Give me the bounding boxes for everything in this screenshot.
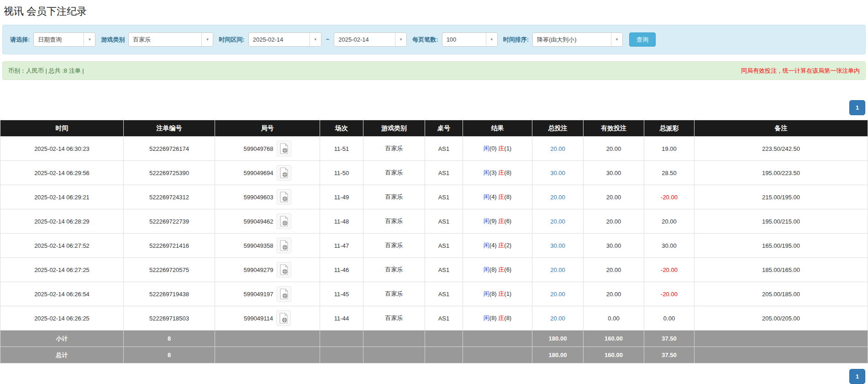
cell-session: 11-50 (320, 161, 363, 185)
game-category-select[interactable]: 百家乐 ▼ (128, 32, 213, 47)
cell-remark: 165.00/195.00 (694, 234, 868, 258)
cell-table-no: AS1 (425, 185, 463, 209)
time-sort-select[interactable]: 降幂(由大到小) ▼ (532, 32, 623, 47)
total-bet-link[interactable]: 20.00 (550, 194, 565, 201)
total-bet-link[interactable]: 20.00 (550, 145, 565, 152)
cell-payout: 28.50 (644, 161, 694, 185)
cell-bet-id: 522269722739 (124, 209, 215, 234)
game-category-label: 游戏类别 (101, 36, 125, 44)
date-to-select[interactable]: 2025-02-14 ▼ (334, 32, 407, 47)
result-banker-count: (6) (504, 266, 511, 273)
column-header: 局号 (215, 120, 320, 137)
footer-label: 总计 (0, 347, 124, 363)
column-header: 时间 (0, 120, 124, 137)
query-type-label: 请选择: (10, 36, 30, 44)
cell-session: 11-48 (320, 209, 363, 234)
result-player-count: (3) (489, 169, 499, 176)
cell-remark: 205.00/185.00 (694, 282, 868, 306)
video-replay-icon[interactable] (277, 238, 291, 253)
bet-records-table: 时间注单编号局号场次游戏类别桌号结果总投注有效投注总派彩备注 2025-02-1… (0, 120, 868, 363)
cell-remark: 195.00/215.00 (694, 209, 868, 234)
cell-valid-bet: 20.00 (584, 282, 644, 306)
cell-time: 2025-02-14 06:29:21 (0, 185, 124, 209)
result-player-label: 闲 (484, 169, 489, 176)
result-player-count: (8) (489, 266, 499, 273)
cell-game-category: 百家乐 (363, 234, 425, 258)
video-replay-icon[interactable] (277, 286, 291, 302)
chevron-down-icon[interactable]: ▼ (201, 33, 213, 46)
cell-table-no: AS1 (425, 282, 463, 306)
cell-payout: 30.00 (644, 234, 694, 258)
date-from-select[interactable]: 2025-02-14 ▼ (248, 32, 321, 47)
video-replay-icon[interactable] (277, 165, 291, 181)
cell-game-category: 百家乐 (363, 161, 425, 185)
result-player-count: (8) (489, 290, 499, 297)
cell-table-no: AS1 (425, 234, 463, 258)
total-bet-link[interactable]: 20.00 (550, 315, 565, 322)
page-1-button[interactable]: 1 (849, 369, 865, 384)
result-player-label: 闲 (484, 290, 489, 297)
footer-payout: 37.50 (644, 331, 694, 347)
page-title: 视讯 会员下注纪录 (0, 0, 868, 25)
cell-table-no: AS1 (425, 137, 463, 161)
round-id-wrap: 599049768 (243, 141, 291, 156)
footer-empty-cell (215, 331, 320, 347)
date-to-value: 2025-02-14 (334, 33, 395, 46)
chevron-down-icon[interactable]: ▼ (310, 33, 321, 46)
total-bet-link[interactable]: 30.00 (550, 170, 565, 176)
cell-round-id: 599049114 (215, 306, 320, 331)
table-row: 2025-02-14 06:29:56522269725390599049694… (0, 161, 868, 185)
chevron-down-icon[interactable]: ▼ (486, 33, 497, 46)
video-replay-icon[interactable] (277, 262, 291, 277)
result-banker-count: (8) (504, 315, 511, 321)
result-banker-label: 庄 (498, 315, 504, 321)
cell-bet-id: 522269721416 (124, 234, 215, 258)
total-bet-link[interactable]: 20.00 (550, 267, 565, 273)
result-banker-count: (1) (504, 145, 511, 152)
cell-payout: -20.00 (644, 185, 694, 209)
total-bet-link[interactable]: 20.00 (550, 218, 565, 225)
cell-result: 闲(3) 庄(8) (463, 161, 532, 185)
film-document-icon (279, 167, 289, 178)
chevron-down-icon[interactable]: ▼ (84, 33, 95, 46)
page-size-select[interactable]: 100 ▼ (442, 32, 498, 47)
date-from-value: 2025-02-14 (249, 33, 310, 46)
cell-valid-bet: 20.00 (584, 209, 644, 234)
video-replay-icon[interactable] (277, 189, 291, 205)
film-document-icon (279, 143, 289, 154)
video-replay-icon[interactable] (276, 310, 291, 326)
search-button[interactable]: 查询 (629, 32, 656, 47)
film-document-icon (279, 240, 289, 251)
cell-round-id: 599049279 (215, 258, 320, 282)
pagination-bottom: 1 (0, 369, 865, 384)
total-bet-link[interactable]: 30.00 (550, 242, 565, 249)
result-banker-count: (2) (504, 242, 511, 249)
page-1-button[interactable]: 1 (849, 100, 865, 115)
result-banker-label: 庄 (498, 218, 504, 224)
result-player-label: 闲 (484, 315, 489, 321)
cell-total-bet: 20.00 (532, 137, 584, 161)
time-range-label: 时间区间: (219, 36, 244, 44)
video-replay-icon[interactable] (277, 213, 291, 229)
result-banker-label: 庄 (498, 145, 504, 152)
cell-time: 2025-02-14 06:26:25 (0, 306, 124, 331)
cell-table-no: AS1 (425, 161, 463, 185)
result-player-label: 闲 (484, 193, 489, 200)
total-bet-link[interactable]: 20.00 (550, 291, 565, 298)
result-player-label: 闲 (484, 145, 489, 152)
table-row: 2025-02-14 06:27:52522269721416599049358… (0, 234, 868, 258)
chevron-down-icon[interactable]: ▼ (611, 33, 622, 46)
cell-session: 11-46 (320, 258, 363, 282)
round-id-wrap: 599049603 (243, 189, 291, 205)
video-replay-icon[interactable] (277, 141, 291, 156)
cell-session: 11-51 (320, 137, 363, 161)
table-row: 2025-02-14 06:26:25522269718503599049114… (0, 306, 868, 331)
cell-total-bet: 20.00 (532, 282, 584, 306)
table-row: 2025-02-14 06:29:21522269724312599049603… (0, 185, 868, 209)
footer-count: 8 (124, 347, 215, 363)
round-id-text: 599049603 (243, 194, 273, 201)
query-type-select[interactable]: 日期查询 ▼ (33, 32, 95, 47)
chevron-down-icon[interactable]: ▼ (395, 33, 406, 46)
time-sort-label: 时间排序: (503, 36, 529, 44)
cell-result: 闲(8) 庄(6) (463, 258, 532, 282)
